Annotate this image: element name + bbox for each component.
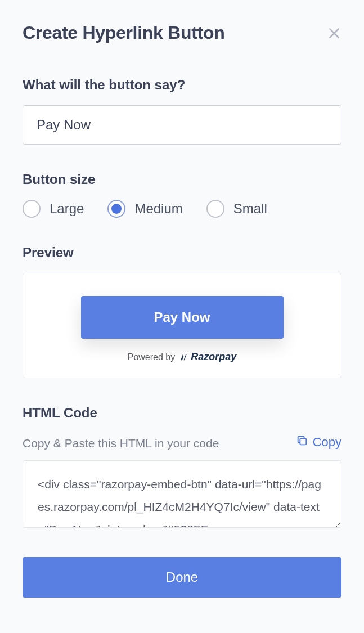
html-code-hint: Copy & Paste this HTML in your code (23, 437, 219, 450)
button-size-label: Button size (23, 172, 341, 187)
copy-button[interactable]: Copy (296, 434, 341, 450)
powered-by: Powered by Razorpay (128, 351, 237, 363)
button-text-label: What will the button say? (23, 77, 341, 93)
html-code-label: HTML Code (23, 405, 341, 421)
powered-by-prefix: Powered by (128, 352, 176, 362)
radio-large-label: Large (50, 201, 84, 217)
radio-large[interactable]: Large (23, 200, 84, 218)
done-button[interactable]: Done (23, 557, 341, 598)
preview-label: Preview (23, 245, 341, 261)
radio-icon (206, 200, 224, 218)
radio-small[interactable]: Small (206, 200, 267, 218)
close-icon[interactable] (327, 26, 341, 41)
copy-label: Copy (313, 435, 341, 450)
radio-small-label: Small (233, 201, 267, 217)
powered-by-brand: Razorpay (191, 351, 236, 363)
create-hyperlink-modal: Create Hyperlink Button What will the bu… (0, 0, 364, 620)
preview-section: Preview Pay Now Powered by Razorpay (23, 245, 341, 378)
svg-rect-0 (300, 438, 306, 445)
button-size-section: Button size Large Medium Small (23, 172, 341, 218)
preview-box: Pay Now Powered by Razorpay (23, 273, 341, 378)
html-code-textarea[interactable] (23, 460, 341, 528)
modal-header: Create Hyperlink Button (23, 23, 341, 43)
preview-pay-button[interactable]: Pay Now (81, 296, 284, 339)
modal-title: Create Hyperlink Button (23, 23, 224, 43)
razorpay-logo-icon (178, 353, 187, 362)
button-text-input[interactable] (23, 105, 341, 145)
html-code-section: HTML Code Copy & Paste this HTML in your… (23, 405, 341, 530)
radio-medium-label: Medium (134, 201, 182, 217)
footer: Done (23, 557, 341, 598)
button-size-radio-group: Large Medium Small (23, 200, 341, 218)
radio-icon (23, 200, 41, 218)
button-text-section: What will the button say? (23, 77, 341, 145)
radio-icon (107, 200, 125, 218)
copy-icon (296, 434, 308, 450)
radio-medium[interactable]: Medium (107, 200, 182, 218)
html-code-subheader: Copy & Paste this HTML in your code Copy (23, 433, 341, 450)
